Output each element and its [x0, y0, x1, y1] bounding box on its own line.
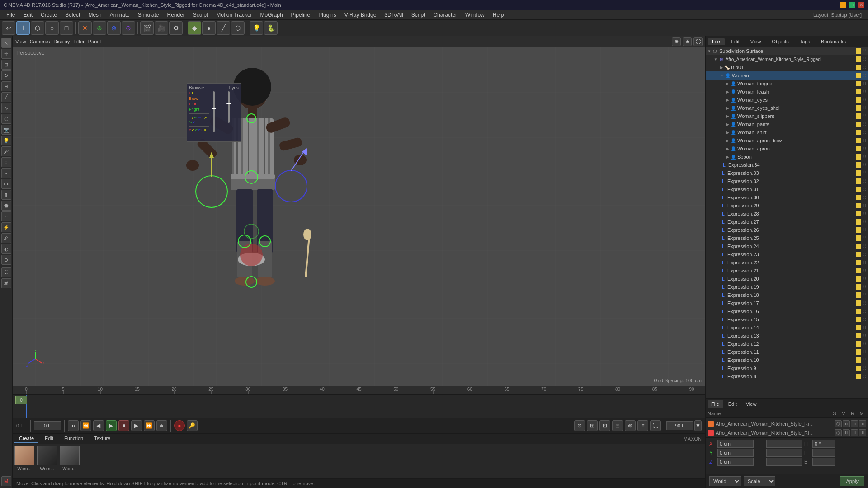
tool-special[interactable]: ⌘ [1, 278, 11, 288]
menu-3dtoall[interactable]: 3DToAll [381, 11, 406, 19]
object-mode-btn[interactable]: ◆ [188, 21, 201, 35]
obj-row-woman-eyes[interactable]: ▶ 👤 Woman_eyes ⠿ [706, 96, 868, 104]
tool-more[interactable]: ⠿ [1, 267, 11, 277]
fps-display[interactable]: 90 F [666, 421, 693, 430]
vp-menu-filter[interactable]: Filter [73, 39, 84, 44]
obj-row-woman-leash[interactable]: ▶ 👤 Woman_leash ⠿ [706, 88, 868, 96]
obj-row-expr15[interactable]: L Expression.15 ⠿ [706, 315, 868, 324]
obj-row-expr19[interactable]: L Expression.19 ⠿ [706, 283, 868, 291]
coord-scale-dropdown[interactable]: Scale Size [744, 476, 775, 486]
obj-row-expr20[interactable]: L Expression.20 ⠿ [706, 275, 868, 283]
attr-btn-bones-4[interactable]: ⠿ [859, 429, 866, 436]
edges-mode-btn[interactable]: ╱ [217, 21, 230, 35]
attr-row-bones[interactable]: Afro_American_Woman_Kitchen_Style_Rigged… [708, 428, 866, 437]
coord-space-dropdown[interactable]: World Object Local [709, 476, 741, 486]
attr-btn-geo-2[interactable]: ⠿ [843, 420, 850, 427]
obj-row-afro[interactable]: ▼ ⊞ Afro_American_Woman_Kitchen_Style_Ri… [706, 55, 868, 63]
obj-row-expr26[interactable]: L Expression.26 ⠿ [706, 226, 868, 234]
playback-options-btn5[interactable]: ⊛ [625, 420, 636, 431]
obj-row-expr31[interactable]: L Expression.31 ⠿ [706, 185, 868, 193]
tool-3d[interactable]: ⬡ [1, 114, 11, 124]
attr-btn-bones-2[interactable]: ⠿ [843, 429, 850, 436]
tool-scale[interactable]: ⊞ [1, 60, 11, 70]
menu-window[interactable]: Window [462, 11, 488, 19]
points-mode-btn[interactable]: ● [202, 21, 216, 35]
tool-camera[interactable]: 📷 [1, 125, 11, 135]
obj-row-expr9[interactable]: L Expression.9 ⠿ [706, 364, 868, 372]
menu-script[interactable]: Script [408, 11, 429, 19]
frame-input-display[interactable]: 0 F [34, 421, 61, 430]
obj-row-expr21[interactable]: L Expression.21 ⠿ [706, 267, 868, 275]
coord-b-input[interactable] [812, 458, 835, 466]
tool-transform[interactable]: ⊕ [1, 81, 11, 91]
obj-row-woman-slippers[interactable]: ▶ 👤 Woman_slippers ⠿ [706, 112, 868, 120]
attr-btn-bones-1[interactable]: ⬡ [835, 429, 842, 436]
vp-menu-panel[interactable]: Panel [88, 39, 101, 44]
obj-row-woman-pants[interactable]: ▶ 👤 Woman_pants ⠿ [706, 120, 868, 128]
rectangle-select-btn[interactable]: □ [60, 21, 73, 35]
obj-row-expr10[interactable]: L Expression.10 ⠿ [706, 356, 868, 364]
scale-btn[interactable]: ⊗ [107, 21, 121, 35]
undo-btn[interactable]: ↩ [2, 21, 15, 35]
next-frame-btn[interactable]: ▶ [131, 420, 142, 431]
obj-row-expr18[interactable]: L Expression.18 ⠿ [706, 291, 868, 299]
light-btn[interactable]: 💡 [250, 21, 263, 35]
prev-frame-btn[interactable]: ◀ [93, 420, 104, 431]
timeline-ruler[interactable]: 051015202530354045505560657075808590 [13, 386, 705, 395]
timeline-tracks[interactable]: 0 [13, 395, 705, 418]
live-select-btn[interactable]: ✕ [78, 21, 92, 35]
tool-deform[interactable]: ↕ [1, 157, 11, 167]
obj-row-woman-tongue[interactable]: ▶ 👤 Woman_tongue ⠿ [706, 80, 868, 88]
tool-smooth[interactable]: ≈ [1, 211, 11, 221]
timeline-expand-btn[interactable]: ⛶ [650, 420, 661, 431]
attr-btn-bones-3[interactable]: ⠿ [851, 429, 858, 436]
obj-row-expr25[interactable]: L Expression.25 ⠿ [706, 234, 868, 242]
close-button[interactable]: ✕ [858, 2, 864, 8]
obj-row-expr22[interactable]: L Expression.22 ⠿ [706, 258, 868, 267]
coord-h-input[interactable] [812, 440, 835, 448]
tool-bridge[interactable]: ⊶ [1, 179, 11, 189]
obj-row-expr27[interactable]: L Expression.27 ⠿ [706, 218, 868, 226]
render-view-btn[interactable]: 🎬 [140, 21, 154, 35]
menu-animate[interactable]: Animate [106, 11, 133, 19]
menu-mograph[interactable]: MoGraph [257, 11, 287, 19]
vp-menu-view[interactable]: View [15, 39, 26, 44]
minimize-button[interactable]: ─ [840, 2, 846, 8]
move-tool-btn[interactable]: ✛ [16, 21, 30, 35]
obj-row-expr14[interactable]: L Expression.14 ⠿ [706, 324, 868, 332]
tool-paint[interactable]: 🖌 [1, 146, 11, 156]
obj-row-spoon[interactable]: ▶ 👤 Spoon ⠿ [706, 153, 868, 161]
obj-list[interactable]: ▼ ⬡ Subdivision Surface ⠿ ▼ ⊞ Afro_Ameri… [706, 47, 868, 398]
obj-row-woman-apron-bow[interactable]: ▶ 👤 Woman_apron_bow ⠿ [706, 136, 868, 145]
attr-btn-geo-1[interactable]: ⬡ [835, 420, 842, 427]
playback-options-btn3[interactable]: ⊡ [599, 420, 610, 431]
menu-file[interactable]: File [3, 11, 19, 19]
menu-render[interactable]: Render [163, 11, 188, 19]
tool-knife[interactable]: ⌁ [1, 168, 11, 178]
timeline-options-btn[interactable]: ≡ [637, 420, 648, 431]
tool-draw-line[interactable]: ╱ [1, 92, 11, 102]
coord-y-input[interactable] [717, 449, 754, 457]
tool-paint2[interactable]: 🖊 [1, 233, 11, 243]
next-key-btn[interactable]: ⏩ [144, 420, 155, 431]
tool-rotate[interactable]: ↻ [1, 70, 11, 80]
coord-x-input[interactable] [717, 440, 754, 448]
vp-menu-cameras[interactable]: Cameras [30, 39, 50, 44]
material-item-2[interactable]: Wom... [60, 446, 80, 471]
obj-row-woman-eyes-shell[interactable]: ▶ 👤 Woman_eyes_shell ⠿ [706, 104, 868, 112]
obj-row-expr12[interactable]: L Expression.12 ⠿ [706, 340, 868, 348]
attr-tab-edit[interactable]: Edit [725, 400, 741, 408]
menu-mesh[interactable]: Mesh [85, 11, 105, 19]
maximize-button[interactable]: □ [849, 2, 855, 8]
menu-character[interactable]: Character [429, 11, 461, 19]
mat-tab-create[interactable]: Create [14, 435, 38, 443]
coord-x2-input[interactable] [766, 440, 802, 448]
vp-layout-btn[interactable]: ⊞ [683, 37, 692, 46]
rotate-btn[interactable]: ⊙ [122, 21, 135, 35]
python-btn[interactable]: 🐍 [264, 21, 278, 35]
material-item-0[interactable]: Wom... [14, 446, 34, 471]
obj-row-subdivision[interactable]: ▼ ⬡ Subdivision Surface ⠿ [706, 47, 868, 55]
attr-tab-view[interactable]: View [742, 400, 760, 408]
menu-create[interactable]: Create [37, 11, 61, 19]
obj-row-expr16[interactable]: L Expression.16 ⠿ [706, 307, 868, 315]
